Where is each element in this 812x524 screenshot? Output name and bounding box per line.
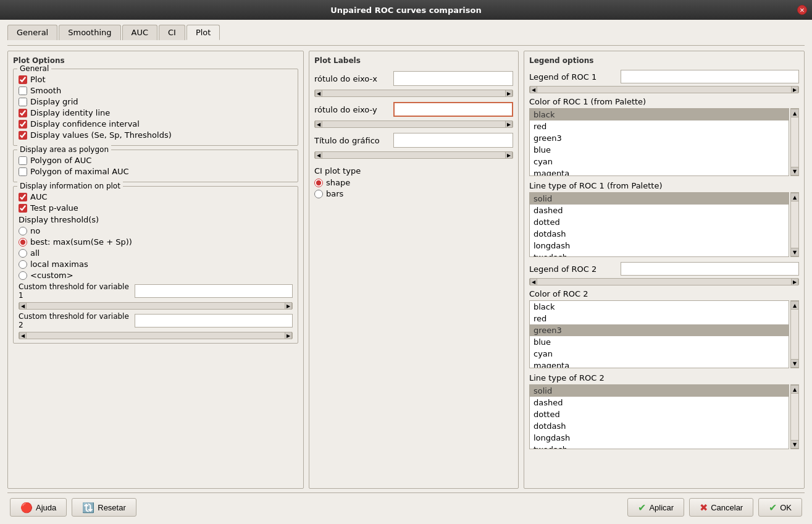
list-item[interactable]: longdash xyxy=(530,432,789,444)
scrollbar-right-roc2[interactable]: ▶ xyxy=(791,278,798,285)
list-item[interactable]: cyan xyxy=(530,348,789,360)
scrollbar-right-title[interactable]: ▶ xyxy=(505,151,513,159)
scrollbar-right-roc1[interactable]: ▶ xyxy=(791,86,798,93)
radio-threshold-custom[interactable] xyxy=(19,271,27,280)
roc1-color-scrollbar[interactable]: ▲ ▼ xyxy=(790,108,799,176)
checkbox-plot[interactable] xyxy=(19,75,27,84)
list-item[interactable]: dotted xyxy=(530,216,789,228)
scrollbar-down-roc1-linetype[interactable]: ▼ xyxy=(790,248,799,256)
roc1-color-listbox[interactable]: black red green3 blue cyan magenta xyxy=(529,108,789,176)
tab-auc[interactable]: AUC xyxy=(122,25,158,40)
list-item[interactable]: longdash xyxy=(530,240,789,251)
scrollbar-left-2[interactable]: ◀ xyxy=(19,332,27,339)
checkbox-confidence[interactable] xyxy=(19,120,27,129)
roc2-linetype-scrollbar[interactable]: ▲ ▼ xyxy=(790,384,799,449)
scrollbar-down-roc2-linetype[interactable]: ▼ xyxy=(790,440,799,449)
title-bar: Unpaired ROC curves comparison ✕ xyxy=(0,0,812,20)
reset-button[interactable]: 🔃 Resetar xyxy=(72,498,136,517)
list-item[interactable]: blue xyxy=(530,336,789,348)
list-item[interactable]: twodash xyxy=(530,444,789,449)
custom-threshold-1-input[interactable]: c(0.5, 1, 10, 100) xyxy=(135,284,293,298)
list-item[interactable]: red xyxy=(530,313,789,324)
tab-smoothing[interactable]: Smoothing xyxy=(59,25,120,40)
scrollbar-left-title[interactable]: ◀ xyxy=(315,151,322,159)
tab-general[interactable]: General xyxy=(7,25,57,40)
checkbox-pvalue[interactable] xyxy=(19,204,27,213)
help-button[interactable]: 🔴 Ajuda xyxy=(10,498,67,517)
list-item[interactable]: dotted xyxy=(530,408,789,420)
list-item[interactable]: magenta xyxy=(530,167,789,176)
scrollbar-right-1[interactable]: ▶ xyxy=(285,302,292,310)
checkbox-identity[interactable] xyxy=(19,109,27,117)
scrollbar-left-roc1[interactable]: ◀ xyxy=(530,86,537,93)
scrollbar-up-roc1-linetype[interactable]: ▲ xyxy=(790,193,799,201)
list-item[interactable]: black xyxy=(530,109,789,120)
cancel-button[interactable]: ✖ Cancelar xyxy=(689,498,753,517)
checkbox-polygon-max[interactable] xyxy=(19,167,27,176)
scrollbar-title[interactable]: ◀ ▶ xyxy=(314,151,513,159)
roc1-legend-input[interactable]: <auto> xyxy=(621,70,799,83)
list-item[interactable]: blue xyxy=(530,144,789,156)
scrollbar-x[interactable]: ◀ ▶ xyxy=(314,90,513,97)
list-item[interactable]: green3 xyxy=(530,132,789,144)
check-auc-info: AUC xyxy=(19,192,293,201)
list-item[interactable]: solid xyxy=(530,193,789,205)
scrollbar-right-y[interactable]: ▶ xyxy=(505,120,513,128)
roc1-legend-row: Legend of ROC 1 <auto> xyxy=(529,70,799,83)
y-axis-input[interactable]: Sensibilidade xyxy=(393,102,513,117)
list-item[interactable]: dashed xyxy=(530,397,789,408)
scrollbar-right-x[interactable]: ▶ xyxy=(505,90,513,97)
custom-threshold-2-label: Custom threshold for variable 2 xyxy=(19,312,130,329)
list-item[interactable]: magenta xyxy=(530,360,789,368)
radio-ci-bars-input[interactable] xyxy=(314,190,323,198)
radio-threshold-all[interactable] xyxy=(19,249,27,258)
scrollbar-y[interactable]: ◀ ▶ xyxy=(314,120,513,128)
tab-plot[interactable]: Plot xyxy=(186,25,220,40)
scrollbar-right-2[interactable]: ▶ xyxy=(285,332,292,339)
roc2-legend-input[interactable]: <auto> xyxy=(621,262,799,276)
checkbox-grid[interactable] xyxy=(19,98,27,106)
checkbox-polygon-auc[interactable] xyxy=(19,156,27,165)
scrollbar-up-roc2-color[interactable]: ▲ xyxy=(790,301,799,310)
list-item[interactable]: dotdash xyxy=(530,420,789,432)
custom-threshold-2-input[interactable]: c(0.5, 1, 10, 100) xyxy=(135,314,293,328)
scrollbar-left-roc2[interactable]: ◀ xyxy=(530,278,537,285)
scrollbar-threshold-1[interactable]: ◀ ▶ xyxy=(19,302,293,310)
scrollbar-down-roc2-color[interactable]: ▼ xyxy=(790,359,799,368)
list-item[interactable]: red xyxy=(530,120,789,132)
list-item[interactable]: cyan xyxy=(530,156,789,167)
scrollbar-threshold-2[interactable]: ◀ ▶ xyxy=(19,332,293,339)
roc2-color-scrollbar[interactable]: ▲ ▼ xyxy=(790,300,799,368)
scrollbar-up-roc2-linetype[interactable]: ▲ xyxy=(790,385,799,394)
scrollbar-left-y[interactable]: ◀ xyxy=(315,120,322,128)
radio-threshold-local[interactable] xyxy=(19,260,27,269)
list-item[interactable]: twodash xyxy=(530,251,789,257)
radio-threshold-no[interactable] xyxy=(19,227,27,235)
roc2-color-listbox[interactable]: black red green3 blue cyan magenta xyxy=(529,300,789,368)
scrollbar-down-roc1-color[interactable]: ▼ xyxy=(790,167,799,175)
tab-ci[interactable]: CI xyxy=(159,25,185,40)
chart-title-input[interactable]: <auto> xyxy=(393,133,513,148)
x-axis-input[interactable]: Especificidade xyxy=(393,71,513,86)
list-item[interactable]: green3 xyxy=(530,324,789,336)
list-item[interactable]: solid xyxy=(530,385,789,397)
scrollbar-left-x[interactable]: ◀ xyxy=(315,90,322,97)
scrollbar-roc1-legend[interactable]: ◀ ▶ xyxy=(529,86,799,93)
list-item[interactable]: dashed xyxy=(530,205,789,216)
apply-button[interactable]: ✔ Aplicar xyxy=(627,498,684,517)
scrollbar-roc2-legend[interactable]: ◀ ▶ xyxy=(529,278,799,285)
checkbox-auc-info[interactable] xyxy=(19,193,27,201)
checkbox-values[interactable] xyxy=(19,131,27,140)
list-item[interactable]: black xyxy=(530,301,789,313)
close-button[interactable]: ✕ xyxy=(797,5,807,15)
radio-threshold-best[interactable] xyxy=(19,238,27,247)
checkbox-smooth[interactable] xyxy=(19,87,27,95)
ok-button[interactable]: ✔ OK xyxy=(758,498,802,517)
scrollbar-up-roc1-color[interactable]: ▲ xyxy=(790,109,799,117)
roc2-linetype-listbox[interactable]: solid dashed dotted dotdash longdash two… xyxy=(529,384,789,449)
scrollbar-left-1[interactable]: ◀ xyxy=(19,302,27,310)
roc1-linetype-scrollbar[interactable]: ▲ ▼ xyxy=(790,192,799,257)
radio-ci-shape-input[interactable] xyxy=(314,179,323,187)
roc1-linetype-listbox[interactable]: solid dashed dotted dotdash longdash two… xyxy=(529,192,789,257)
list-item[interactable]: dotdash xyxy=(530,228,789,240)
